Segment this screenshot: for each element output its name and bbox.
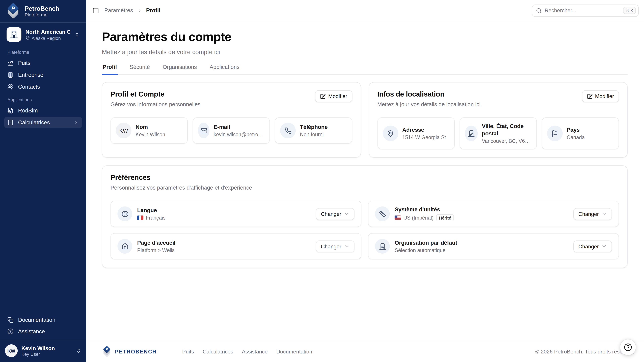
petrobench-logo-icon: P (102, 346, 112, 357)
change-accueil-button[interactable]: Changer (316, 240, 354, 252)
edit-location-button[interactable]: Modifier (582, 90, 619, 102)
divider (0, 22, 86, 22)
sidebar-item-puits[interactable]: Puits (4, 57, 82, 68)
page-content: Paramètres du compte Mettez à jour les d… (86, 21, 644, 341)
pref-organisation-defaut: Organisation par défaut Sélection automa… (368, 233, 619, 259)
field-pays: Pays Canada (542, 117, 619, 149)
chevron-right-icon (74, 120, 79, 125)
help-circle-icon (8, 328, 14, 335)
phone-icon (284, 127, 292, 134)
house-icon (122, 243, 128, 250)
sidebar-item-assistance[interactable]: Assistance (4, 326, 82, 337)
panel-left-icon[interactable] (92, 7, 99, 14)
calculator-icon (8, 119, 14, 126)
footer-link-calculatrices[interactable]: Calculatrices (202, 349, 233, 355)
petrobench-logo-icon: P (6, 4, 20, 18)
footer-links: Puits Calculatrices Assistance Documenta… (182, 349, 312, 355)
field-adresse: Adresse 1514 W Georgia St (377, 117, 454, 149)
field-ville-etat-code: Ville, État, Code postal Vancouver, BC, … (460, 117, 537, 149)
org-icon (6, 27, 21, 42)
breadcrumb: Paramètres Profil (104, 7, 160, 13)
ruler-icon (379, 210, 386, 217)
flag-icon (551, 130, 558, 137)
building-icon (468, 130, 475, 137)
preferences-title: Préférences (110, 174, 619, 182)
sidebar: P PetroBench Plateforme North American O… (0, 0, 86, 362)
preferences-card: Préférences Personnalisez vos paramètres… (102, 165, 628, 268)
chevrons-up-down-icon (74, 32, 80, 37)
building-icon (8, 72, 14, 78)
footer: P PETROBENCH Puits Calculatrices Assista… (86, 341, 644, 362)
breadcrumb-profil: Profil (146, 7, 160, 13)
field-nom: KW Nom Kevin Wilson (110, 117, 188, 144)
mail-icon (200, 127, 207, 134)
sidebar-item-rodsim[interactable]: RodSim (4, 105, 82, 116)
org-switcher[interactable]: North American Operations Alaska Region (5, 25, 81, 43)
search-input[interactable]: Rechercher... ⌘ K (532, 4, 639, 16)
copy-icon (8, 317, 14, 323)
tab-securite[interactable]: Sécurité (129, 64, 151, 74)
avatar: KW (5, 345, 18, 357)
profile-card-subtitle: Gérez vos informations personnelles (110, 101, 200, 108)
square-pen-icon (320, 93, 326, 99)
brand: P PetroBench Plateforme (0, 0, 86, 22)
pref-page-accueil: Page d'accueil Platform > Wells Changer (110, 233, 362, 259)
search-placeholder: Rechercher... (544, 7, 620, 13)
pumpjack-icon (8, 60, 14, 66)
main-area: Paramètres Profil Rechercher... ⌘ K Para… (86, 0, 644, 362)
map-pin-icon (387, 130, 394, 137)
page-subtitle: Mettez à jour les détails de votre compt… (102, 48, 628, 55)
nav-section-applications: Applications (8, 97, 79, 102)
profile-card-title: Profil et Compte (110, 90, 200, 98)
location-card-subtitle: Mettez à jour vos détails de localisatio… (377, 101, 482, 108)
chevron-down-icon (601, 211, 607, 217)
sidebar-item-entreprise[interactable]: Entreprise (4, 69, 82, 80)
footer-link-puits[interactable]: Puits (182, 349, 194, 355)
search-shortcut-badge: ⌘ K (623, 7, 636, 14)
edit-profile-button[interactable]: Modifier (315, 90, 352, 102)
breadcrumb-parametres[interactable]: Paramètres (104, 7, 133, 13)
sidebar-nav: Plateforme Puits Entreprise Contacts App… (0, 44, 86, 313)
page-title: Paramètres du compte (102, 30, 628, 44)
location-card-title: Infos de localisation (377, 90, 482, 98)
chevron-right-icon (137, 8, 142, 13)
chevron-down-icon (344, 243, 350, 249)
globe-icon (122, 210, 128, 217)
footer-wordmark: PETROBENCH (115, 349, 157, 354)
footer-brand: P PETROBENCH (102, 346, 157, 357)
change-unites-button[interactable]: Changer (574, 208, 612, 220)
sidebar-item-calculatrices[interactable]: Calculatrices (4, 117, 82, 128)
footer-link-assistance[interactable]: Assistance (242, 349, 268, 355)
copyright: © 2026 PetroBench. Tous droits réservés. (535, 349, 634, 355)
brand-name: PetroBench (25, 5, 59, 12)
topbar: Paramètres Profil Rechercher... ⌘ K (86, 0, 644, 21)
building-icon (379, 243, 386, 250)
footer-link-documentation[interactable]: Documentation (276, 349, 312, 355)
user-name: Kevin Wilson (21, 345, 72, 351)
sidebar-bottom: Documentation Assistance (0, 313, 86, 340)
tab-applications[interactable]: Applications (209, 64, 240, 74)
pref-langue: Langue Français Changer (110, 201, 362, 227)
sidebar-item-documentation[interactable]: Documentation (4, 314, 82, 326)
sidebar-item-contacts[interactable]: Contacts (4, 81, 82, 92)
tab-organisations[interactable]: Organisations (162, 64, 198, 74)
app-window: P PetroBench Plateforme North American O… (0, 0, 644, 362)
pref-systeme-unites: Système d'unités US (Impérial) Hérité Ch… (368, 201, 619, 227)
user-menu[interactable]: KW Kevin Wilson Key User (0, 340, 86, 362)
change-langue-button[interactable]: Changer (316, 208, 354, 220)
org-name: North American Operations (26, 28, 70, 35)
help-circle-icon (624, 343, 632, 351)
change-organisation-button[interactable]: Changer (574, 240, 612, 252)
org-region: Alaska Region (26, 35, 70, 40)
initials-avatar: KW (116, 123, 132, 138)
field-email: E-mail kevin.wilson@petrobench.com (193, 117, 270, 144)
brand-tagline: Plateforme (25, 12, 59, 17)
file-box-icon (8, 108, 14, 114)
users-icon (8, 84, 14, 90)
tab-profil[interactable]: Profil (102, 64, 118, 74)
preferences-subtitle: Personnalisez vos paramètres d'affichage… (110, 185, 619, 191)
help-fab[interactable] (620, 339, 636, 355)
us-flag-icon (394, 216, 401, 220)
location-card: Infos de localisation Mettez à jour vos … (368, 82, 628, 158)
chevron-down-icon (344, 211, 350, 217)
